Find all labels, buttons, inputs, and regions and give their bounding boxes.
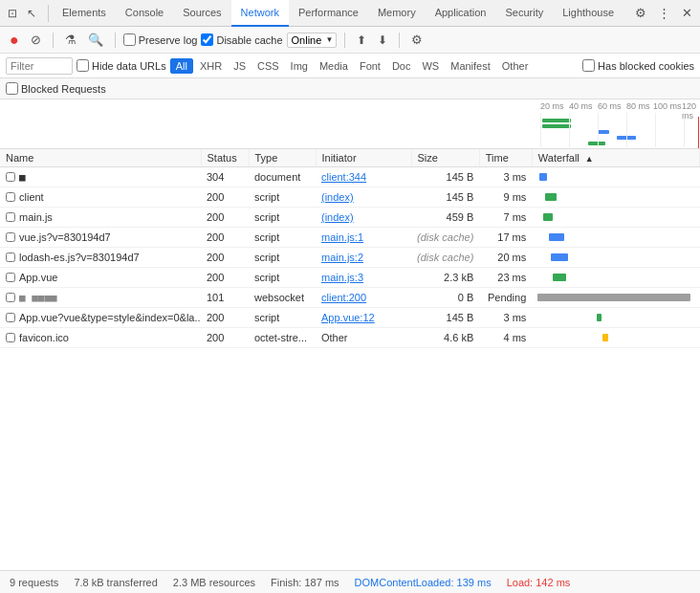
tab-elements[interactable]: Elements (53, 0, 116, 27)
waterfall-bar (549, 233, 564, 241)
initiator-link[interactable]: (index) (321, 191, 354, 203)
row-checkbox[interactable] (6, 333, 15, 342)
table-row[interactable]: lodash-es.js?v=830194d7 200 script main.… (0, 248, 700, 268)
sort-arrow: ▲ (585, 154, 594, 164)
blocked-requests-label[interactable]: Blocked Requests (6, 82, 106, 95)
filter-type-ws[interactable]: WS (417, 59, 444, 73)
initiator-link[interactable]: client:200 (321, 292, 366, 303)
header-name[interactable]: Name (0, 149, 201, 167)
filter-icon[interactable]: ⚗ (61, 31, 80, 49)
tab-sources[interactable]: Sources (173, 0, 230, 27)
inspect-icon[interactable]: ↖ (23, 5, 40, 22)
row-checkbox[interactable] (6, 293, 15, 302)
filter-type-js[interactable]: JS (229, 59, 251, 73)
close-icon[interactable]: ✕ (678, 4, 696, 22)
header-initiator[interactable]: Initiator (316, 149, 411, 167)
filter-type-manifest[interactable]: Manifest (446, 59, 495, 73)
hide-data-urls-label[interactable]: Hide data URLs (77, 59, 166, 72)
initiator-link[interactable]: App.vue:12 (321, 312, 375, 323)
header-type[interactable]: Type (249, 149, 316, 167)
filter-type-img[interactable]: Img (286, 59, 313, 73)
table-row[interactable]: App.vue 200 script main.js:3 2.3 kB 23 m… (0, 268, 700, 288)
preserve-log-checkbox[interactable] (123, 33, 136, 46)
hide-data-urls-checkbox[interactable] (77, 59, 89, 72)
cell-waterfall (532, 248, 699, 268)
row-checkbox[interactable] (6, 192, 15, 202)
throttle-select[interactable]: Online (287, 33, 337, 48)
upload-button[interactable]: ⬆ (353, 32, 370, 49)
cell-initiator: (index) (316, 208, 411, 228)
cell-status: 200 (201, 268, 249, 288)
row-checkbox[interactable] (6, 273, 15, 282)
row-checkbox[interactable] (6, 253, 15, 262)
cell-type: script (249, 248, 316, 268)
table-row[interactable]: client 200 script (index) 145 B 9 ms (0, 187, 700, 208)
tab-application[interactable]: Application (426, 0, 496, 27)
cell-time: 17 ms (479, 228, 532, 248)
tab-bar: ⊡ ↖ Elements Console Sources Network Per… (0, 0, 700, 27)
disable-cache-label[interactable]: Disable cache (201, 33, 282, 46)
header-waterfall[interactable]: Waterfall ▲ (532, 149, 699, 167)
cell-type: script (249, 228, 316, 248)
disable-cache-checkbox[interactable] (201, 33, 213, 46)
row-checkbox[interactable] (6, 172, 15, 182)
row-checkbox[interactable] (6, 232, 15, 242)
table-row[interactable]: vue.js?v=830194d7 200 script main.js:1 (… (0, 228, 700, 248)
more-icon[interactable]: ⋮ (654, 4, 674, 22)
waterfall-bar (553, 274, 566, 281)
filter-type-doc[interactable]: Doc (387, 59, 416, 73)
tab-memory[interactable]: Memory (368, 0, 426, 27)
cell-initiator: main.js:2 (316, 248, 411, 268)
blocked-requests-checkbox[interactable] (6, 82, 18, 95)
settings-icon[interactable]: ⚙ (631, 4, 650, 22)
initiator-link[interactable]: main.js:3 (321, 272, 363, 283)
header-size[interactable]: Size (411, 149, 479, 167)
table-row[interactable]: favicon.ico 200 octet-stre... Other 4.6 … (0, 328, 700, 348)
tab-security[interactable]: Security (495, 0, 553, 27)
cell-size: 145 B (411, 167, 479, 187)
download-button[interactable]: ⬇ (374, 32, 391, 49)
header-time[interactable]: Time (479, 149, 532, 167)
clear-button[interactable]: ⊘ (27, 31, 45, 49)
initiator-link[interactable]: main.js:2 (321, 252, 363, 263)
cell-time: 3 ms (479, 167, 532, 187)
row-checkbox[interactable] (6, 212, 15, 222)
initiator-link[interactable]: main.js:1 (321, 231, 363, 243)
has-blocked-cookies-label[interactable]: Has blocked cookies (582, 59, 694, 72)
dock-icon[interactable]: ⊡ (4, 5, 21, 22)
filter-type-media[interactable]: Media (315, 59, 353, 73)
table-row[interactable]: ■ 304 document client:344 145 B 3 ms (0, 167, 700, 187)
table-row[interactable]: ■ ■■■■ 101 websocket client:200 0 B Pend… (0, 288, 700, 308)
table-row[interactable]: App.vue?vue&type=style&index=0&la... 200… (0, 308, 700, 328)
waterfall-bar-container (537, 209, 693, 225)
tab-network[interactable]: Network (231, 0, 289, 27)
row-checkbox[interactable] (6, 313, 15, 322)
has-blocked-cookies-checkbox[interactable] (582, 59, 595, 72)
ruler-60ms: 60 ms (598, 101, 622, 111)
filter-type-other[interactable]: Other (497, 59, 534, 73)
filter-type-font[interactable]: Font (355, 59, 385, 73)
record-button[interactable]: ● (6, 31, 23, 50)
preserve-log-label[interactable]: Preserve log (123, 33, 198, 46)
initiator-link[interactable]: client:344 (321, 171, 366, 183)
search-icon[interactable]: 🔍 (84, 31, 107, 49)
devtools-controls: ⊡ ↖ (4, 5, 49, 22)
filter-bar: Hide data URLs All XHR JS CSS Img Media … (0, 54, 700, 78)
tab-console[interactable]: Console (116, 0, 173, 27)
filter-type-css[interactable]: CSS (252, 59, 284, 73)
filter-type-all[interactable]: All (170, 58, 193, 74)
filter-type-xhr[interactable]: XHR (195, 59, 227, 73)
table-row[interactable]: main.js 200 script (index) 459 B 7 ms (0, 208, 700, 228)
waterfall-bar-container (537, 290, 693, 305)
header-status[interactable]: Status (201, 149, 249, 167)
cell-time: 3 ms (479, 308, 532, 328)
filter-input[interactable] (6, 57, 73, 75)
waterfall-bar (543, 213, 553, 221)
cell-type: script (249, 308, 316, 328)
network-table-container[interactable]: Name Status Type Initiator Size Time Wat… (0, 149, 700, 593)
tab-lighthouse[interactable]: Lighthouse (553, 0, 623, 27)
initiator-link[interactable]: (index) (321, 211, 354, 223)
network-settings-icon[interactable]: ⚙ (407, 31, 427, 49)
cell-waterfall (532, 308, 699, 328)
tab-performance[interactable]: Performance (289, 0, 368, 27)
